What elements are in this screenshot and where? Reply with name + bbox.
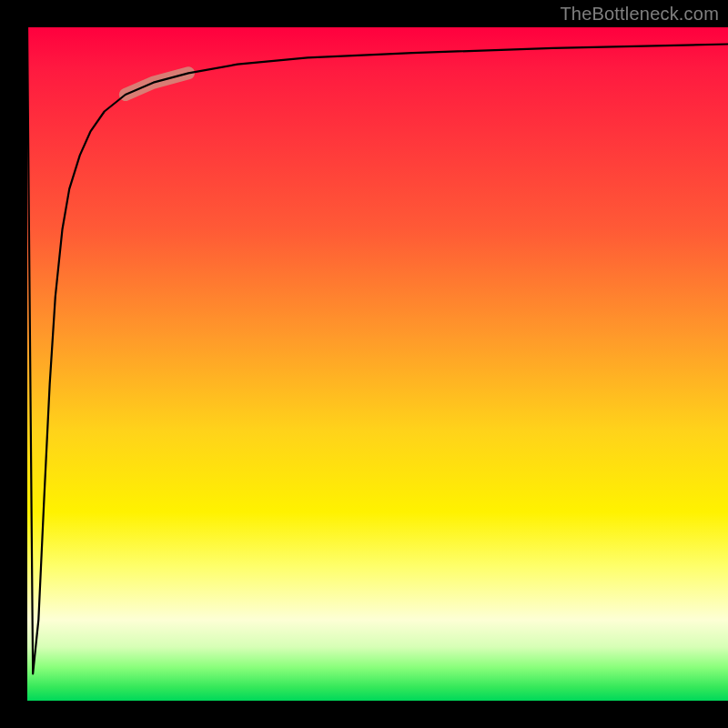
plot-area xyxy=(27,27,728,701)
data-curve xyxy=(27,27,728,673)
attribution-text: TheBottleneck.com xyxy=(560,4,719,25)
chart-container: TheBottleneck.com xyxy=(0,0,728,728)
curve-layer xyxy=(27,27,728,701)
